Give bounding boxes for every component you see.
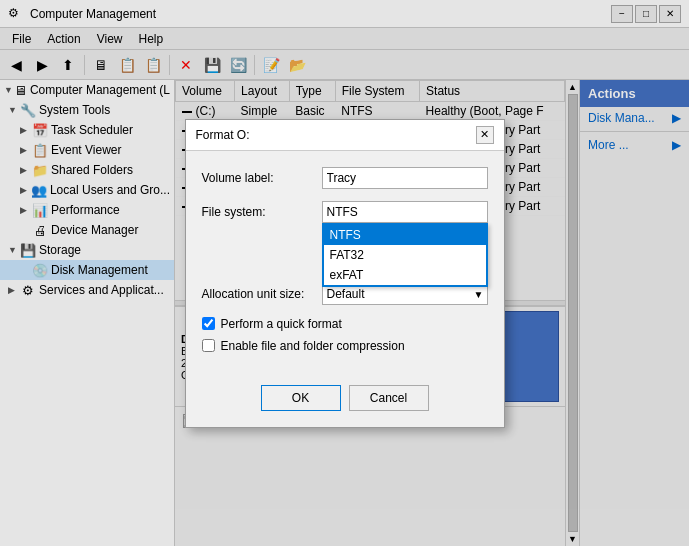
compression-label[interactable]: Enable file and folder compression — [221, 339, 405, 353]
cancel-button[interactable]: Cancel — [349, 385, 429, 411]
modal-title-text: Format O: — [196, 128, 250, 142]
modal-buttons: OK Cancel — [186, 377, 504, 427]
ok-button[interactable]: OK — [261, 385, 341, 411]
format-modal: Format O: ✕ Volume label: File system: N… — [185, 119, 505, 428]
allocation-label: Allocation unit size: — [202, 287, 322, 301]
fs-option-fat32[interactable]: FAT32 — [324, 245, 486, 265]
fs-option-ntfs[interactable]: NTFS — [324, 225, 486, 245]
compression-checkbox[interactable] — [202, 339, 215, 352]
file-system-label: File system: — [202, 205, 322, 219]
quick-format-row: Perform a quick format — [202, 317, 488, 331]
file-system-select-wrapper: NTFS FAT32 exFAT NTFS FAT32 exFAT — [322, 201, 488, 223]
quick-format-checkbox[interactable] — [202, 317, 215, 330]
modal-title-bar: Format O: ✕ — [186, 120, 504, 151]
volume-label-row: Volume label: — [202, 167, 488, 189]
volume-label-label: Volume label: — [202, 171, 322, 185]
fs-dropdown-list[interactable]: NTFS FAT32 exFAT — [322, 223, 488, 287]
volume-label-input[interactable] — [322, 167, 488, 189]
file-system-select[interactable]: NTFS FAT32 exFAT — [322, 201, 488, 223]
quick-format-label[interactable]: Perform a quick format — [221, 317, 342, 331]
file-system-row: File system: NTFS FAT32 exFAT NTFS FAT32… — [202, 201, 488, 223]
modal-close-button[interactable]: ✕ — [476, 126, 494, 144]
fs-option-exfat[interactable]: exFAT — [324, 265, 486, 285]
compression-row: Enable file and folder compression — [202, 339, 488, 353]
modal-body: Volume label: File system: NTFS FAT32 ex… — [186, 151, 504, 377]
modal-overlay: Format O: ✕ Volume label: File system: N… — [0, 0, 689, 546]
